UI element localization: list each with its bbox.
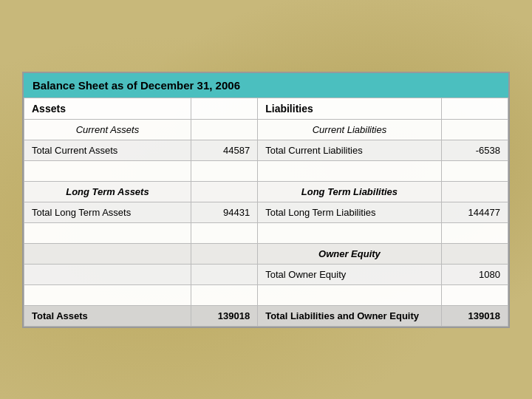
long-term-assets-mid: [191, 181, 257, 202]
balance-sheet: Balance Sheet as of December 31, 2006 As…: [22, 72, 510, 328]
total-long-term-row: Total Long Term Assets 94431 Total Long …: [24, 202, 508, 222]
total-assets-value: 139018: [191, 305, 257, 326]
spacer-row-2: [24, 222, 508, 243]
assets-header: Assets: [24, 98, 191, 119]
long-term-liabilities-sub: Long Term Liabilities: [258, 181, 441, 202]
total-liabilities-equity-label: Total Liabilities and Owner Equity: [258, 305, 441, 326]
sheet-title: Balance Sheet as of December 31, 2006: [24, 73, 508, 98]
current-assets-mid: [191, 119, 257, 140]
long-term-assets-sub: Long Term Assets: [24, 181, 191, 202]
total-assets-label: Total Assets: [24, 305, 191, 326]
total-owner-equity-value: 1080: [441, 264, 508, 284]
total-owner-equity-row: Total Owner Equity 1080: [24, 264, 508, 284]
long-term-subheader-row: Long Term Assets Long Term Liabilities: [24, 181, 508, 202]
current-assets-sub: Current Assets: [24, 119, 191, 140]
total-current-liabilities-label: Total Current Liabilities: [258, 140, 441, 160]
liabilities-num-header: [441, 98, 508, 119]
assets-mid: [191, 98, 257, 119]
total-liabilities-equity-value: 139018: [441, 305, 508, 326]
total-long-term-liabilities-label: Total Long Term Liabilities: [258, 202, 441, 222]
current-liabilities-sub: Current Liabilities: [258, 119, 441, 140]
total-current-row: Total Current Assets 44587 Total Current…: [24, 140, 508, 160]
current-liabilities-num: [441, 119, 508, 140]
header-row: Assets Liabilities: [24, 98, 508, 119]
total-long-term-assets-value: 94431: [191, 202, 257, 222]
total-owner-equity-label: Total Owner Equity: [258, 264, 441, 284]
total-current-assets-value: 44587: [191, 140, 257, 160]
total-long-term-liabilities-value: 144477: [441, 202, 508, 222]
owner-equity-label: Owner Equity: [258, 243, 441, 264]
owner-equity-row: Owner Equity: [24, 243, 508, 264]
long-term-liabilities-num: [441, 181, 508, 202]
spacer-row-1: [24, 160, 508, 181]
current-subheader-row: Current Assets Current Liabilities: [24, 119, 508, 140]
total-current-liabilities-value: -6538: [441, 140, 508, 160]
total-row: Total Assets 139018 Total Liabilities an…: [24, 305, 508, 326]
total-current-assets-label: Total Current Assets: [24, 140, 191, 160]
liabilities-header: Liabilities: [258, 98, 441, 119]
total-long-term-assets-label: Total Long Term Assets: [24, 202, 191, 222]
spacer-row-3: [24, 284, 508, 305]
